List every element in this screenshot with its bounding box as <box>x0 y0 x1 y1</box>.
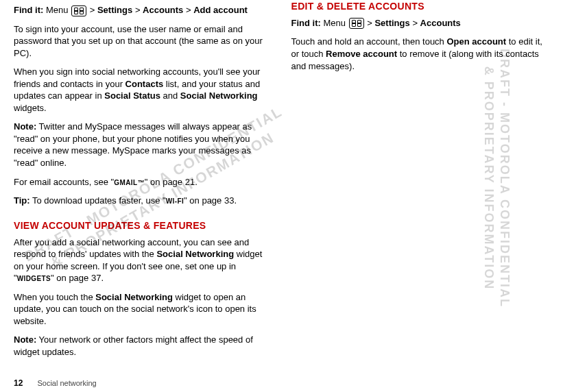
footer: 12 Social networking <box>14 378 97 388</box>
find-it-label: Find it: <box>14 5 43 15</box>
find-it-label: Find it: <box>291 18 321 28</box>
find-it-line-right: Find it: Menu > Settings > Accounts <box>291 17 550 29</box>
email-paragraph: For email accounts, see "GMAIL™" on page… <box>14 176 272 188</box>
path-settings: Settings <box>97 5 132 15</box>
gt: > <box>135 5 141 15</box>
view-paragraph-2: When you touch the Social Networking wid… <box>14 291 272 328</box>
edit-paragraph: Touch and hold an account, then touch Op… <box>291 36 550 72</box>
path-accounts: Accounts <box>143 5 183 15</box>
gt: > <box>367 18 372 28</box>
menu-icon <box>71 5 86 16</box>
note2-label: Note: <box>14 334 36 345</box>
path-settings: Settings <box>374 18 409 28</box>
menu-label: Menu <box>323 18 346 28</box>
note-paragraph: Note: Twitter and MySpace messages will … <box>14 121 272 169</box>
widgets-ref: WIDGETS <box>17 275 51 282</box>
find-it-line: Find it: Menu > Settings > Accounts > Ad… <box>14 4 272 16</box>
footer-section: Social networking <box>37 379 96 387</box>
menu-label: Menu <box>46 5 69 15</box>
page-number: 12 <box>14 378 23 388</box>
gt: > <box>186 5 191 15</box>
path-add-account: Add account <box>193 5 248 15</box>
tip-paragraph: Tip: To download updates faster, use "WI… <box>14 195 272 207</box>
edit-heading: EDIT & DELETE ACCOUNTS <box>291 0 550 13</box>
menu-icon <box>349 18 364 29</box>
tip-label: Tip: <box>14 195 30 206</box>
wifi-ref: WI-FI <box>166 197 184 205</box>
gmail-ref: GMAIL™ <box>114 179 145 186</box>
social-paragraph: When you sign into social networking acc… <box>14 66 272 114</box>
right-column: EDIT & DELETE ACCOUNTS Find it: Menu > S… <box>291 0 550 370</box>
path-accounts: Accounts <box>420 18 461 28</box>
note-label: Note: <box>14 121 36 132</box>
gt: > <box>90 5 95 15</box>
view-heading: VIEW ACCOUNT UPDATES & FEATURES <box>14 219 272 232</box>
gt: > <box>412 18 418 28</box>
view-paragraph-1: After you add a social networking accoun… <box>14 236 272 284</box>
intro-paragraph: To sign into your account, use the user … <box>14 23 272 60</box>
note2-paragraph: Note: Your network or other factors migh… <box>14 334 272 358</box>
left-column: Find it: Menu > Settings > Accounts > Ad… <box>14 0 272 370</box>
